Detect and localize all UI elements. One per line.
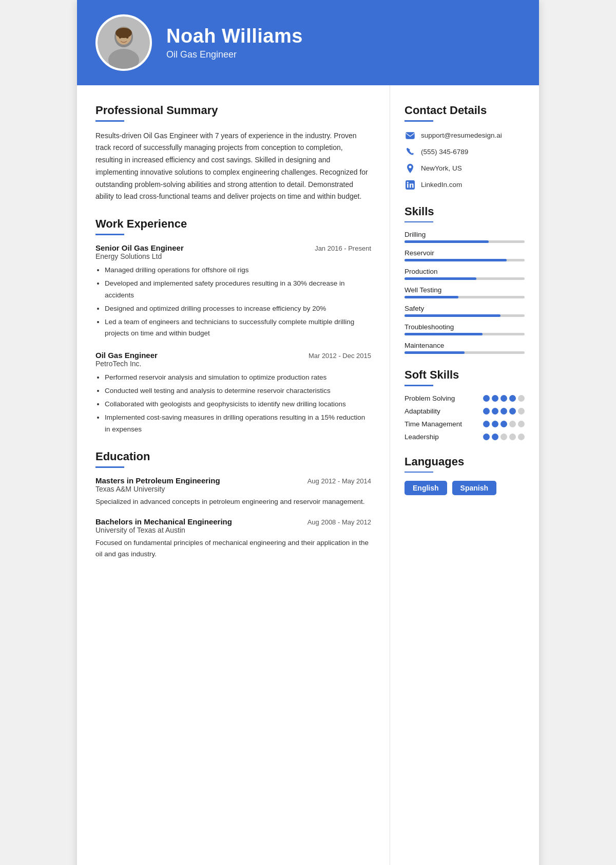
skills-underline xyxy=(405,221,433,223)
edu-1-header: Masters in Petroleum Engineering Aug 201… xyxy=(95,476,371,485)
contact-linkedin: LinkedIn.com xyxy=(405,179,525,191)
edu-1-dates: Aug 2012 - May 2014 xyxy=(307,477,371,485)
work-experience-title: Work Experience xyxy=(95,217,371,231)
languages-section: Languages English Spanish xyxy=(405,455,525,496)
dot xyxy=(492,434,498,440)
candidate-name: Noah Williams xyxy=(166,25,303,47)
skill-well-testing: Well Testing xyxy=(405,286,525,298)
svg-rect-7 xyxy=(406,133,414,139)
header: Noah Williams Oil Gas Engineer xyxy=(77,0,539,85)
job-1-bullets: Managed drilling operations for offshore… xyxy=(95,265,371,340)
soft-skill-time-management: Time Management xyxy=(405,420,525,428)
skill-troubleshooting-name: Troubleshooting xyxy=(405,323,525,331)
skills-title: Skills xyxy=(405,205,525,218)
contact-location: NewYork, US xyxy=(405,163,525,174)
skill-drilling-name: Drilling xyxy=(405,231,525,238)
svg-point-5 xyxy=(119,35,122,39)
dot xyxy=(518,395,525,402)
job-1-title: Senior Oil Gas Engineer xyxy=(95,243,184,252)
dots-leadership xyxy=(483,434,525,440)
soft-skill-adaptability: Adaptability xyxy=(405,407,525,415)
skill-well-testing-name: Well Testing xyxy=(405,286,525,294)
dot xyxy=(500,408,507,415)
candidate-title: Oil Gas Engineer xyxy=(166,49,303,60)
list-item: Managed drilling operations for offshore… xyxy=(105,265,371,276)
dot xyxy=(509,421,516,427)
dot xyxy=(483,408,490,415)
edu-2-header: Bachelors in Mechanical Engineering Aug … xyxy=(95,517,371,526)
skill-drilling: Drilling xyxy=(405,231,525,243)
skill-production-name: Production xyxy=(405,268,525,275)
soft-skills-title: Soft Skills xyxy=(405,368,525,382)
work-experience-underline xyxy=(95,234,124,235)
job-2-header: Oil Gas Engineer Mar 2012 - Dec 2015 xyxy=(95,351,371,360)
job-1: Senior Oil Gas Engineer Jan 2016 - Prese… xyxy=(95,243,371,340)
email-text: support@resumedesign.ai xyxy=(421,131,502,139)
phone-text: (555) 345-6789 xyxy=(421,148,468,156)
dot xyxy=(509,408,516,415)
education-underline xyxy=(95,466,124,468)
job-1-header: Senior Oil Gas Engineer Jan 2016 - Prese… xyxy=(95,243,371,252)
dot xyxy=(509,395,516,402)
contact-underline xyxy=(405,120,433,122)
summary-underline xyxy=(95,120,124,122)
dot xyxy=(518,434,525,440)
job-2-bullets: Performed reservoir analysis and simulat… xyxy=(95,372,371,436)
list-item: Performed reservoir analysis and simulat… xyxy=(105,372,371,384)
skill-drilling-bar-bg xyxy=(405,240,525,243)
edu-1-desc: Specialized in advanced concepts in petr… xyxy=(95,496,371,507)
work-experience-section: Work Experience Senior Oil Gas Engineer … xyxy=(95,217,371,436)
left-column: Professional Summary Results-driven Oil … xyxy=(77,85,390,865)
edu-1-degree: Masters in Petroleum Engineering xyxy=(95,476,220,485)
right-column: Contact Details support@resumedesign.ai xyxy=(390,85,539,865)
edu-2-dates: Aug 2008 - May 2012 xyxy=(307,518,371,526)
list-item: Collaborated with geologists and geophys… xyxy=(105,399,371,410)
location-text: NewYork, US xyxy=(421,164,462,172)
education-section: Education Masters in Petroleum Engineeri… xyxy=(95,450,371,559)
edu-2-desc: Focused on fundamental principles of mec… xyxy=(95,537,371,559)
dot xyxy=(483,434,490,440)
dot xyxy=(492,395,498,402)
skill-safety: Safety xyxy=(405,305,525,317)
soft-skill-leadership: Leadership xyxy=(405,433,525,441)
education-title: Education xyxy=(95,450,371,463)
summary-text: Results-driven Oil Gas Engineer with 7 y… xyxy=(95,130,371,203)
job-2: Oil Gas Engineer Mar 2012 - Dec 2015 Pet… xyxy=(95,351,371,436)
skill-troubleshooting: Troubleshooting xyxy=(405,323,525,335)
resume-container: Noah Williams Oil Gas Engineer Professio… xyxy=(77,0,539,865)
summary-title: Professional Summary xyxy=(95,104,371,117)
skill-safety-name: Safety xyxy=(405,305,525,312)
list-item: Implemented cost-saving measures in dril… xyxy=(105,412,371,436)
skills-section: Skills Drilling Reservoir Production xyxy=(405,205,525,354)
soft-skill-adaptability-name: Adaptability xyxy=(405,407,483,415)
dot xyxy=(483,395,490,402)
header-info: Noah Williams Oil Gas Engineer xyxy=(166,25,303,60)
linkedin-icon xyxy=(405,179,416,191)
dot xyxy=(483,421,490,427)
contact-title: Contact Details xyxy=(405,104,525,117)
dot xyxy=(492,408,498,415)
soft-skill-time-management-name: Time Management xyxy=(405,420,483,428)
skill-maintenance-name: Maintenance xyxy=(405,342,525,349)
dots-time-management xyxy=(483,421,525,427)
list-item: Designed and optimized drilling processe… xyxy=(105,303,371,315)
dot xyxy=(492,421,498,427)
email-icon xyxy=(405,130,416,141)
language-english: English xyxy=(405,481,447,495)
soft-skills-underline xyxy=(405,385,433,386)
languages-underline xyxy=(405,472,433,473)
dots-problem-solving xyxy=(483,395,525,402)
job-1-dates: Jan 2016 - Present xyxy=(315,245,371,252)
edu-2: Bachelors in Mechanical Engineering Aug … xyxy=(95,517,371,559)
dot xyxy=(500,434,507,440)
skill-reservoir: Reservoir xyxy=(405,249,525,261)
contact-phone: (555) 345-6789 xyxy=(405,146,525,158)
job-2-dates: Mar 2012 - Dec 2015 xyxy=(309,352,371,360)
languages-title: Languages xyxy=(405,455,525,468)
phone-icon xyxy=(405,146,416,158)
dots-adaptability xyxy=(483,408,525,415)
contact-section: Contact Details support@resumedesign.ai xyxy=(405,104,525,191)
language-badges: English Spanish xyxy=(405,481,525,495)
skill-production: Production xyxy=(405,268,525,280)
skill-drilling-bar-fill xyxy=(405,240,489,243)
